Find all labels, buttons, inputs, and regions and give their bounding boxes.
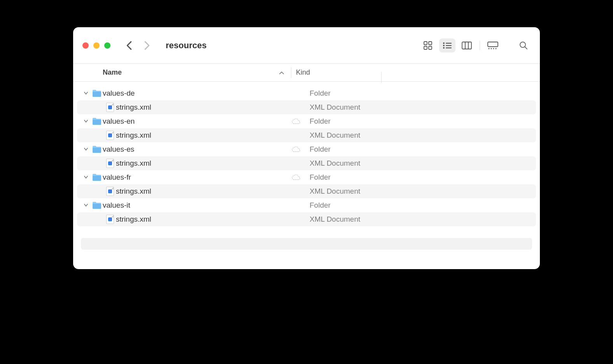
svg-point-16 <box>493 48 494 49</box>
svg-point-6 <box>443 45 445 46</box>
svg-rect-7 <box>446 45 452 46</box>
divider <box>480 41 480 50</box>
file-row[interactable]: strings.xmlXML Document <box>77 156 536 170</box>
item-name: values-de <box>103 89 135 98</box>
column-view-button[interactable] <box>459 38 475 52</box>
disclosure-chevron-icon[interactable] <box>81 148 91 151</box>
navigation <box>126 41 150 50</box>
disclosure-chevron-icon[interactable] <box>81 120 91 123</box>
xml-file-icon <box>104 131 116 140</box>
item-kind: XML Document <box>305 131 360 140</box>
svg-rect-2 <box>424 46 427 49</box>
item-kind: Folder <box>305 173 331 182</box>
folder-row[interactable]: values-esFolder <box>77 142 536 156</box>
svg-rect-13 <box>488 42 498 47</box>
folder-icon <box>91 145 103 153</box>
titlebar: resources <box>73 27 540 64</box>
disclosure-chevron-icon[interactable] <box>81 204 91 207</box>
view-controls <box>420 38 501 52</box>
svg-line-19 <box>525 47 527 49</box>
file-row[interactable]: strings.xmlXML Document <box>77 128 536 142</box>
svg-point-4 <box>443 42 445 44</box>
item-kind: Folder <box>305 89 331 98</box>
search-button[interactable] <box>517 38 531 52</box>
svg-point-14 <box>489 48 490 49</box>
item-name: strings.xml <box>116 215 151 224</box>
cloud-status-icon <box>287 146 305 152</box>
fullscreen-button[interactable] <box>104 42 110 49</box>
back-button[interactable] <box>126 41 132 50</box>
folder-row[interactable]: values-itFolder <box>77 198 536 212</box>
svg-point-15 <box>491 48 492 49</box>
finder-window: resources Name <box>73 27 540 269</box>
item-kind: XML Document <box>305 103 360 112</box>
folder-icon <box>91 117 103 125</box>
item-kind: Folder <box>305 117 331 126</box>
column-headers: Name Kind <box>73 64 540 82</box>
file-row[interactable]: strings.xmlXML Document <box>77 100 536 114</box>
close-button[interactable] <box>82 42 89 49</box>
item-name: strings.xml <box>116 187 151 196</box>
item-kind: Folder <box>305 145 331 154</box>
item-name: strings.xml <box>116 103 151 112</box>
xml-file-icon <box>104 187 116 196</box>
item-name: strings.xml <box>116 131 151 140</box>
svg-rect-9 <box>446 47 452 48</box>
svg-rect-0 <box>424 42 427 45</box>
file-row[interactable]: strings.xmlXML Document <box>77 184 536 198</box>
traffic-lights <box>82 42 110 49</box>
gallery-view-button[interactable] <box>485 38 501 52</box>
item-name: strings.xml <box>116 159 151 168</box>
item-kind: XML Document <box>305 159 360 168</box>
svg-rect-5 <box>446 43 452 44</box>
item-kind: Folder <box>305 201 331 210</box>
item-kind: XML Document <box>305 215 360 224</box>
cloud-status-icon <box>287 174 305 180</box>
xml-file-icon <box>104 215 116 224</box>
status-bar <box>81 238 532 250</box>
svg-point-8 <box>443 47 445 49</box>
svg-rect-3 <box>429 46 432 49</box>
item-kind: XML Document <box>305 187 360 196</box>
cloud-status-icon <box>287 118 305 124</box>
item-name: values-fr <box>103 173 131 182</box>
forward-button[interactable] <box>144 41 150 50</box>
item-name: values-es <box>103 145 134 154</box>
window-title: resources <box>166 40 420 51</box>
file-list: values-deFolderstrings.xmlXML Documentva… <box>73 82 540 269</box>
folder-row[interactable]: values-deFolder <box>77 86 536 100</box>
item-name: values-it <box>103 201 130 210</box>
column-name-label: Name <box>103 68 122 77</box>
folder-icon <box>91 89 103 97</box>
folder-row[interactable]: values-frFolder <box>77 170 536 184</box>
disclosure-chevron-icon[interactable] <box>81 176 91 179</box>
folder-row[interactable]: values-enFolder <box>77 114 536 128</box>
minimize-button[interactable] <box>93 42 100 49</box>
svg-rect-1 <box>429 42 432 45</box>
column-header-name[interactable]: Name <box>73 68 291 77</box>
icon-view-button[interactable] <box>420 38 436 52</box>
svg-point-17 <box>496 48 497 49</box>
sort-ascending-icon <box>279 68 284 77</box>
folder-icon <box>91 201 103 209</box>
xml-file-icon <box>104 103 116 112</box>
column-kind-label: Kind <box>296 68 310 76</box>
item-name: values-en <box>103 117 135 126</box>
disclosure-chevron-icon[interactable] <box>81 92 91 95</box>
file-row[interactable]: strings.xmlXML Document <box>77 212 536 226</box>
folder-icon <box>91 173 103 181</box>
svg-rect-10 <box>462 42 471 49</box>
list-view-button[interactable] <box>439 38 455 52</box>
column-header-kind[interactable]: Kind <box>291 68 382 77</box>
xml-file-icon <box>104 159 116 168</box>
